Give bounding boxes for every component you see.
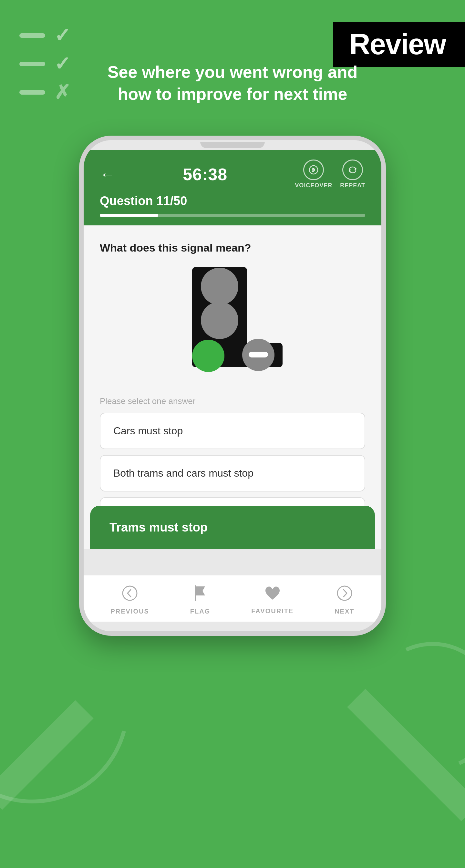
answer-option-1[interactable]: Cars must stop [100, 413, 365, 449]
nav-next[interactable]: NEXT [335, 585, 354, 615]
nav-flag[interactable]: FLAG [190, 585, 210, 615]
phone-bottom-bar [84, 622, 381, 631]
repeat-label: REPEAT [340, 182, 365, 189]
flag-icon [193, 585, 208, 604]
voiceover-icon [303, 159, 324, 180]
checklist-row-1: ✓ [20, 26, 70, 45]
progress-bar [100, 214, 365, 217]
header-top-row: ← 56:38 VOICEOVER [100, 159, 365, 189]
check-line-1 [20, 33, 45, 38]
app-content: What does this signal mean? [84, 225, 381, 549]
phone-body: ← 56:38 VOICEOVER [79, 135, 386, 636]
review-badge-text: Review [349, 28, 445, 60]
phone-mockup: ← 56:38 VOICEOVER [79, 135, 386, 636]
check-icon-1: ✓ [54, 26, 70, 45]
question-text: What does this signal mean? [100, 242, 365, 254]
review-badge: Review [333, 22, 465, 67]
svg-point-6 [192, 340, 224, 372]
signal-image [100, 267, 365, 383]
repeat-icon [342, 159, 363, 180]
phone-top-bar [84, 140, 381, 150]
heart-icon [264, 585, 281, 604]
favourite-label: FAVOURITE [251, 608, 293, 615]
bottom-navigation: PREVIOUS FLAG FAVOURITE [84, 575, 381, 622]
svg-point-4 [201, 268, 238, 305]
svg-point-5 [201, 302, 238, 339]
answer-option-2[interactable]: Both trams and cars must stop [100, 455, 365, 492]
app-header: ← 56:38 VOICEOVER [84, 150, 381, 225]
timer-display: 56:38 [183, 165, 227, 184]
header-icons: VOICEOVER REPEAT [295, 159, 365, 189]
previous-icon [122, 585, 138, 604]
phone-notch [200, 142, 265, 148]
svg-point-10 [337, 586, 352, 600]
progress-bar-fill [100, 214, 158, 217]
question-number: Question 11/50 [100, 194, 365, 208]
previous-label: PREVIOUS [111, 608, 149, 615]
svg-rect-8 [249, 352, 268, 358]
next-icon [337, 585, 352, 604]
svg-point-1 [312, 168, 314, 171]
voiceover-label: VOICEOVER [295, 182, 332, 189]
answer-hint: Please select one answer [100, 396, 365, 406]
svg-point-9 [123, 586, 137, 600]
back-button[interactable]: ← [100, 165, 115, 183]
next-label: NEXT [335, 608, 354, 615]
nav-previous[interactable]: PREVIOUS [111, 585, 149, 615]
voiceover-button[interactable]: VOICEOVER [295, 159, 332, 189]
selected-answer-banner[interactable]: Trams must stop [90, 506, 375, 549]
flag-label: FLAG [190, 608, 210, 615]
repeat-button[interactable]: REPEAT [340, 159, 365, 189]
subtitle-text: See where you went wrong and how to impr… [0, 61, 465, 105]
nav-favourite[interactable]: FAVOURITE [251, 585, 293, 615]
traffic-signal-svg [173, 267, 292, 383]
